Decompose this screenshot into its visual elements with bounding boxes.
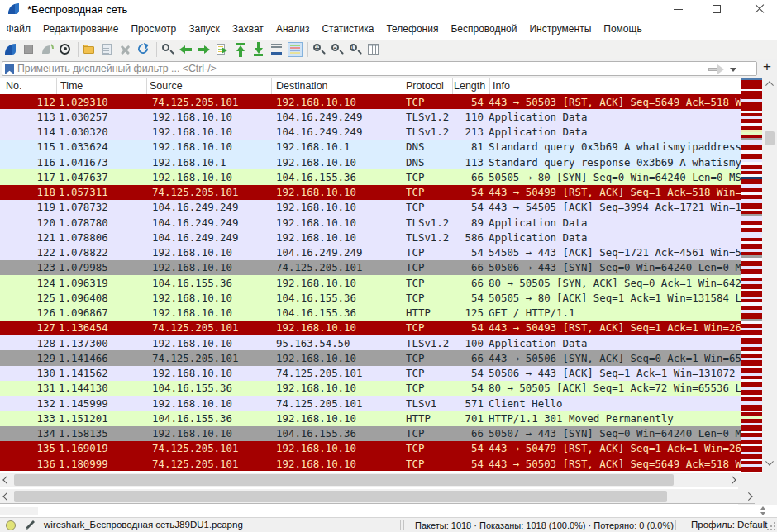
vertical-scrollbar[interactable] bbox=[762, 78, 777, 473]
horizontal-scrollbar-2[interactable] bbox=[0, 489, 755, 504]
menu-tools[interactable]: Инструменты bbox=[523, 23, 598, 35]
column-separator[interactable] bbox=[56, 78, 57, 95]
capture-options-icon[interactable] bbox=[58, 42, 73, 57]
column-header-info[interactable]: Info bbox=[493, 80, 510, 92]
go-back-icon[interactable] bbox=[179, 42, 193, 57]
packet-row-125[interactable]: 1251.096408192.168.10.10104.16.155.36TCP… bbox=[0, 290, 741, 305]
packet-row-130[interactable]: 1301.141562192.168.10.1074.125.205.101TC… bbox=[0, 366, 741, 381]
bookmark-icon[interactable] bbox=[5, 64, 14, 74]
column-separator[interactable] bbox=[403, 78, 403, 95]
horizontal-scrollbar-thumb-1[interactable] bbox=[14, 474, 674, 486]
packet-row-115[interactable]: 1151.033624192.168.10.10192.168.10.1DNS8… bbox=[0, 140, 741, 154]
filter-dropdown-caret[interactable] bbox=[730, 68, 736, 72]
packet-row-124[interactable]: 1241.096319104.16.155.36192.168.10.10TCP… bbox=[0, 275, 741, 290]
cell-info: 50505 → 80 [ACK] Seq=1 Ack=1 Win=131584 … bbox=[489, 291, 741, 306]
column-separator[interactable] bbox=[489, 78, 490, 95]
scroll-right-arrow-2[interactable] bbox=[743, 492, 752, 501]
packet-row-120[interactable]: 1201.078780104.16.249.249192.168.10.10TL… bbox=[0, 215, 741, 230]
scroll-left-arrow-2[interactable] bbox=[2, 492, 12, 501]
column-header-destination[interactable]: Destination bbox=[276, 80, 328, 92]
menu-go[interactable]: Запуск bbox=[183, 23, 226, 35]
packet-row-126[interactable]: 1261.096867192.168.10.10104.16.155.36HTT… bbox=[0, 306, 741, 321]
column-separator[interactable] bbox=[452, 78, 453, 95]
menu-file[interactable]: Файл bbox=[0, 23, 37, 35]
menu-view[interactable]: Просмотр bbox=[125, 23, 183, 35]
packet-row-122[interactable]: 1221.078822192.168.10.10104.16.249.249TC… bbox=[0, 245, 741, 260]
column-separator[interactable] bbox=[146, 78, 147, 95]
expert-info-icon[interactable] bbox=[6, 520, 16, 530]
display-filter-input[interactable] bbox=[17, 62, 712, 75]
capture-stop-icon[interactable] bbox=[21, 42, 36, 57]
resize-columns-icon[interactable] bbox=[366, 42, 381, 57]
packet-row-123[interactable]: 1231.079985192.168.10.1074.125.205.101TC… bbox=[0, 260, 741, 275]
cell-no: 112 bbox=[0, 95, 55, 110]
colorize-icon[interactable] bbox=[288, 42, 303, 57]
capture-restart-icon[interactable] bbox=[40, 42, 55, 57]
menu-edit[interactable]: Редактирование bbox=[37, 23, 125, 35]
display-filter-field[interactable] bbox=[2, 61, 757, 76]
apply-filter-button[interactable] bbox=[707, 64, 725, 74]
column-header-protocol[interactable]: Protocol bbox=[406, 80, 444, 92]
capture-comment-icon[interactable] bbox=[25, 520, 36, 531]
packet-row-136[interactable]: 1361.18099974.125.205.101192.168.10.10TC… bbox=[0, 456, 741, 471]
go-to-packet-icon[interactable] bbox=[215, 42, 230, 57]
column-separator[interactable] bbox=[271, 78, 272, 95]
reload-icon[interactable] bbox=[136, 42, 151, 57]
packet-row-135[interactable]: 1351.16901974.125.205.101192.168.10.10TC… bbox=[0, 441, 741, 456]
packet-row-121[interactable]: 1211.078806104.16.249.249192.168.10.10TL… bbox=[0, 230, 741, 245]
menu-statistics[interactable]: Статистика bbox=[316, 23, 380, 35]
packet-row-131[interactable]: 1311.144130104.16.155.36192.168.10.10TCP… bbox=[0, 381, 741, 396]
packet-row-127[interactable]: 1271.13645474.125.205.101192.168.10.10TC… bbox=[0, 321, 741, 335]
maximize-button[interactable] bbox=[698, 0, 736, 18]
scroll-left-arrow-1[interactable] bbox=[2, 475, 12, 484]
auto-scroll-icon[interactable] bbox=[269, 42, 284, 57]
file-save-icon[interactable] bbox=[100, 42, 115, 57]
add-filter-button[interactable]: + bbox=[763, 59, 771, 75]
column-header-time[interactable]: Time bbox=[60, 80, 83, 92]
packet-row-112[interactable]: 1121.02931074.125.205.101192.168.10.10TC… bbox=[0, 94, 741, 109]
packet-row-128[interactable]: 1281.137300192.168.10.1095.163.54.50TLSv… bbox=[0, 335, 741, 350]
menu-analyze[interactable]: Анализ bbox=[269, 23, 316, 35]
packet-row-114[interactable]: 1141.030320192.168.10.10104.16.249.249TL… bbox=[0, 125, 741, 140]
zoom-in-icon[interactable]: + bbox=[312, 42, 327, 57]
close-button[interactable] bbox=[741, 0, 777, 18]
go-last-icon[interactable] bbox=[251, 42, 266, 57]
menu-capture[interactable]: Захват bbox=[226, 23, 269, 35]
zoom-out-icon[interactable]: - bbox=[330, 42, 345, 57]
wireshark-start-icon[interactable] bbox=[3, 42, 18, 57]
column-header-length[interactable]: Length bbox=[454, 80, 485, 92]
packet-row-132[interactable]: 1321.145999192.168.10.1074.125.205.101TL… bbox=[0, 396, 741, 411]
column-header-source[interactable]: Source bbox=[150, 80, 183, 92]
scroll-up-arrow[interactable] bbox=[765, 81, 774, 90]
vertical-scrollbar-thumb[interactable] bbox=[765, 131, 775, 145]
packet-row-134[interactable]: 1341.158135192.168.10.10104.16.155.36TCP… bbox=[0, 426, 741, 441]
file-close-icon[interactable] bbox=[118, 42, 133, 57]
zoom-original-icon[interactable]: 1 bbox=[348, 42, 363, 57]
intelligent-scrollbar-minimap[interactable] bbox=[741, 78, 762, 472]
menu-wireless[interactable]: Беспроводной bbox=[445, 23, 523, 35]
packet-row-133[interactable]: 1331.151201104.16.155.36192.168.10.10HTT… bbox=[0, 411, 741, 425]
go-first-icon[interactable] bbox=[233, 42, 248, 57]
find-packet-icon[interactable] bbox=[160, 42, 175, 57]
minimize-button[interactable] bbox=[659, 0, 697, 18]
spinner-control[interactable] bbox=[759, 506, 767, 516]
packet-row-129[interactable]: 1291.14146674.125.205.101192.168.10.10TC… bbox=[0, 350, 741, 365]
cell-no: 116 bbox=[0, 155, 55, 170]
packet-row-119[interactable]: 1191.078732104.16.249.249192.168.10.10TC… bbox=[0, 200, 741, 215]
scroll-right-arrow-1[interactable] bbox=[727, 475, 736, 484]
cell-dst: 104.16.249.249 bbox=[276, 245, 362, 260]
packet-row-118[interactable]: 1181.05731174.125.205.101192.168.10.10TC… bbox=[0, 185, 741, 200]
file-open-icon[interactable] bbox=[82, 42, 97, 57]
scroll-down-arrow[interactable] bbox=[765, 456, 774, 465]
menu-help[interactable]: Помощь bbox=[598, 23, 648, 35]
column-header-no[interactable]: No. bbox=[6, 80, 21, 92]
horizontal-scrollbar-1[interactable] bbox=[0, 473, 738, 487]
packet-row-113[interactable]: 1131.030257192.168.10.10104.16.249.249TL… bbox=[0, 109, 741, 124]
horizontal-scrollbar-thumb-2[interactable] bbox=[14, 491, 667, 502]
packet-row-116[interactable]: 1161.041673192.168.10.1192.168.10.10DNS1… bbox=[0, 154, 741, 169]
resize-grip[interactable] bbox=[767, 522, 775, 530]
menu-telephony[interactable]: Телефония bbox=[380, 23, 445, 35]
cell-no: 136 bbox=[0, 457, 55, 472]
packet-row-117[interactable]: 1171.047637192.168.10.10104.16.155.36TCP… bbox=[0, 169, 741, 184]
go-forward-icon[interactable] bbox=[197, 42, 212, 57]
